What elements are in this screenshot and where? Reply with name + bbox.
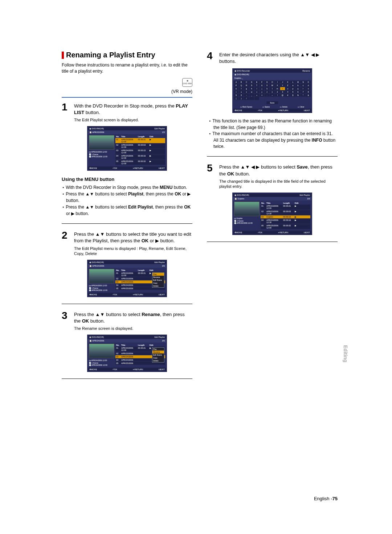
divider [62, 304, 192, 304]
step-1: 1 With the DVD Recorder in Stop mode, pr… [62, 102, 192, 123]
step-number: 2 [62, 230, 71, 256]
notes-list: This function is the same as the Rename … [207, 118, 338, 150]
step-text: Press the ▲▼ buttons to select Rename, t… [74, 311, 192, 331]
divider [62, 379, 192, 379]
popup-menu: Play Rename Edit Scene Copy Delete [152, 272, 164, 288]
screenshot-edit-playlist-1: DVD-RW(VR)Edit Playlist 📋 APR/23/20061/5… [87, 126, 167, 171]
thumbnail [89, 269, 114, 283]
side-tab-editing: Editing [343, 345, 348, 362]
divider [207, 156, 338, 157]
section-title: Renaming a Playlist Entry [62, 51, 192, 59]
step-text: Enter the desired characters using the ▲… [219, 51, 338, 65]
divider [62, 223, 192, 224]
step-2: 2 Press the ▲▼ buttons to select the tit… [62, 230, 192, 256]
step-text: Press the ▲▼ ◀ ▶ buttons to select Save,… [219, 163, 338, 189]
thumbnail [234, 202, 260, 216]
mode-label: (VR mode) [62, 89, 192, 94]
divider [207, 242, 338, 242]
intro-text: Follow these instructions to rename a pl… [62, 62, 192, 74]
screenshot-rename-keypad: DVD-RecorderRename ◉ DVD-RW(VR) Dolphin … [232, 68, 312, 113]
step-5: 5 Press the ▲▼ ◀ ▶ buttons to select Sav… [207, 163, 338, 189]
step-number: 5 [207, 163, 216, 189]
step-text: With the DVD Recorder in Stop mode, pres… [74, 102, 192, 123]
left-column: Renaming a Playlist Entry Follow these i… [62, 51, 192, 385]
thumbnail [89, 344, 114, 358]
step-4: 4 Enter the desired characters using the… [207, 51, 338, 65]
thumbnail [89, 135, 114, 150]
screenshot-edit-playlist-3: DVD-RW(VR)Edit Playlist 📋 APR/24/20063/5… [87, 335, 167, 372]
step-number: 1 [62, 102, 71, 123]
dvd-rw-icon: ◉DVD-RW [182, 78, 192, 87]
divider [62, 97, 192, 98]
step-3: 3 Press the ▲▼ buttons to select Rename,… [62, 311, 192, 331]
right-column: 4 Enter the desired characters using the… [207, 51, 338, 385]
step-number: 3 [62, 311, 71, 331]
virtual-keyboard: ABCDEFGHIJKLMNOPQRSTUVWXYZabcdefghijklmn… [233, 80, 311, 101]
step-text: Press the ▲▼ buttons to select the title… [74, 230, 192, 256]
menu-subheading: Using the MENU button [62, 177, 192, 182]
page: Renaming a Playlist Entry Follow these i… [0, 0, 392, 407]
menu-bullets: With the DVD Recorder in Stop mode, pres… [62, 184, 192, 217]
page-footer: English -75 [314, 496, 338, 501]
mode-icon-block: ◉DVD-RW [62, 78, 192, 87]
popup-menu: Play Rename Edit Scene Copy Delete [152, 347, 164, 363]
screenshot-edit-playlist-renamed: DVD-RW(VR)Edit Playlist 📋 Dolphin3/5 🗂 D… [232, 193, 312, 235]
screenshot-edit-playlist-2: DVD-RW(VR)Edit Playlist 📋 APR/24/20063/5… [87, 260, 167, 297]
step-number: 4 [207, 51, 216, 65]
